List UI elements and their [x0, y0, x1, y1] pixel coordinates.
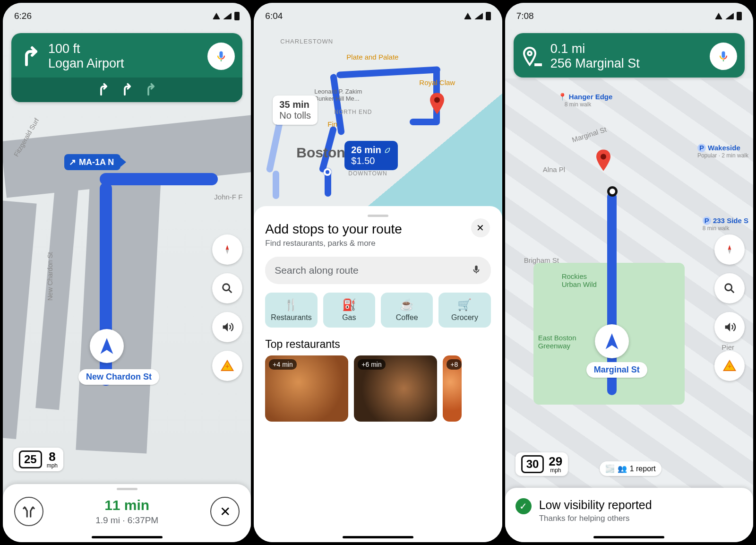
wifi-icon	[464, 13, 472, 19]
svg-text:+: +	[728, 363, 731, 370]
report-hazard-button[interactable]: +	[212, 351, 242, 381]
svg-point-2	[434, 97, 440, 103]
close-navigation-button[interactable]: ✕	[210, 497, 240, 526]
current-street-pill: Marginal St	[586, 362, 647, 378]
restaurant-card[interactable]: +6 min	[354, 355, 437, 422]
map-city-label: Boston	[296, 145, 345, 161]
map-district-label: DOWNTOWN	[348, 170, 387, 177]
search-button[interactable]	[212, 273, 242, 303]
arrive-destination-icon	[521, 45, 544, 68]
status-bar: 7:08	[505, 3, 753, 29]
turn-destination: 256 Marginal St	[550, 56, 640, 71]
compass-button[interactable]	[212, 234, 242, 265]
close-button[interactable]: ✕	[471, 218, 490, 237]
fog-icon: 🌫️	[605, 464, 615, 473]
map-poi-label[interactable]: Royal Claw	[419, 78, 455, 87]
chip-gas[interactable]: ⛽Gas	[323, 293, 375, 328]
trip-summary-bar[interactable]: 11 min 1.9 mi · 6:37PM ✕	[3, 484, 251, 542]
gas-icon: ⛽	[325, 298, 373, 311]
speed-widget: 25 8mph	[13, 448, 63, 471]
sound-button[interactable]	[714, 312, 745, 342]
drag-handle[interactable]	[368, 215, 388, 217]
current-location-marker	[595, 324, 629, 358]
toast-title: Low visibility reported	[539, 498, 652, 512]
map-poi-label[interactable]: P 233 Side S8 min walk	[703, 216, 748, 232]
lane-right-icon	[120, 82, 134, 96]
home-indicator[interactable]	[593, 536, 664, 538]
phone-low-visibility: 7:08 📍 Hanger Edge8 min walk P WakesideP…	[505, 3, 753, 542]
svg-point-3	[601, 154, 606, 160]
signal-icon	[474, 13, 483, 19]
map-poi-label[interactable]: Fin	[327, 120, 337, 128]
map-district-label: CHARLESTOWN	[280, 38, 333, 45]
route-shield: ↗ MA-1A N	[64, 154, 120, 170]
toast-subtitle: Thanks for helping others	[539, 514, 652, 523]
eta-block: 11 min 1.9 mi · 6:37PM	[95, 497, 158, 526]
phone-navigation-turn: 6:26 New Chardon St Fitzgerald Surf John…	[3, 3, 251, 542]
clock: 6:26	[14, 11, 32, 21]
microphone-icon[interactable]	[471, 264, 481, 277]
compass-button[interactable]	[714, 234, 745, 265]
status-bar: 6:26	[3, 3, 251, 29]
alternate-routes-button[interactable]	[14, 497, 43, 526]
section-header: Top restaurants	[265, 338, 490, 351]
svg-point-5	[725, 284, 732, 291]
incident-report-pill[interactable]: 🌫️👥1 report	[600, 461, 662, 476]
svg-point-0	[223, 284, 230, 291]
search-along-route-input[interactable]: Search along route	[265, 257, 490, 284]
restaurant-card[interactable]: +8	[443, 355, 462, 422]
confirmation-toast: ✓ Low visibility reported Thanks for hel…	[505, 488, 753, 542]
sheet-subtitle: Find restaurants, parks & more	[265, 239, 490, 248]
wifi-icon	[213, 13, 220, 19]
map-road-label: John-F F	[214, 193, 242, 201]
restaurant-card[interactable]: +4 min	[265, 355, 348, 422]
lane-right-disabled-icon	[144, 82, 158, 96]
coffee-icon: ☕	[383, 298, 431, 311]
chip-grocery[interactable]: 🛒Grocery	[438, 293, 490, 328]
sheet-title: Add stops to your route	[265, 222, 490, 237]
destination-pin-icon	[595, 149, 612, 173]
search-button[interactable]	[714, 273, 745, 303]
signal-icon	[223, 13, 232, 19]
map-district-label: NORTH END	[334, 109, 372, 115]
chip-restaurants[interactable]: 🍴Restaurants	[265, 293, 317, 328]
direction-banner[interactable]: 0.1 mi 256 Marginal St	[514, 33, 745, 78]
detour-badge: +6 min	[358, 359, 385, 370]
sound-button[interactable]	[212, 312, 242, 342]
current-location-marker	[90, 329, 124, 363]
report-hazard-button[interactable]: +	[714, 351, 745, 381]
chip-coffee[interactable]: ☕Coffee	[381, 293, 433, 328]
alternate-route-pill[interactable]: 35 minNo tolls	[273, 95, 318, 125]
route-end-marker	[607, 186, 618, 197]
leaf-icon	[384, 147, 391, 154]
selected-route-pill[interactable]: 26 min $1.50	[344, 141, 398, 170]
voice-search-button[interactable]	[207, 43, 235, 70]
map-road-label: Alna Pl	[543, 165, 566, 173]
signal-icon	[725, 13, 734, 19]
phone-add-stops: 6:04 CHARLESTOWN Plate and Palate Royal …	[254, 3, 502, 542]
home-indicator[interactable]	[92, 536, 163, 538]
battery-icon	[234, 12, 240, 20]
add-stops-sheet[interactable]: ✕ Add stops to your route Find restauran…	[254, 206, 502, 542]
detour-badge: +4 min	[269, 359, 296, 370]
map-road-label: Brigham St	[524, 256, 559, 264]
map-poi-label[interactable]: Plate and Palate	[346, 53, 398, 61]
voice-search-button[interactable]	[710, 43, 737, 70]
map-poi-label[interactable]: P WakesidePopular · 2 min walk	[697, 144, 748, 159]
direction-banner[interactable]: 100 ft Logan Airport	[11, 33, 242, 102]
search-placeholder: Search along route	[275, 265, 358, 276]
home-indicator[interactable]	[343, 536, 413, 538]
svg-point-4	[528, 52, 532, 55]
lane-guidance	[11, 78, 242, 102]
map-poi-label[interactable]: 📍 Hanger Edge8 min walk	[558, 93, 613, 108]
map-park-label: Rockies Urban Wild	[562, 272, 597, 288]
speed-limit: 25	[19, 450, 42, 468]
clock: 6:04	[265, 11, 283, 21]
turn-distance: 0.1 mi	[550, 42, 640, 56]
detour-badge: +8	[447, 359, 462, 370]
speed-widget: 30 29mph	[515, 452, 568, 476]
turn-right-icon	[19, 45, 42, 68]
svg-text:+: +	[225, 363, 229, 370]
current-speed: 29mph	[549, 455, 562, 473]
map-poi-label[interactable]: Leonard P. Zakim Bunker Hill Me...	[314, 88, 362, 102]
